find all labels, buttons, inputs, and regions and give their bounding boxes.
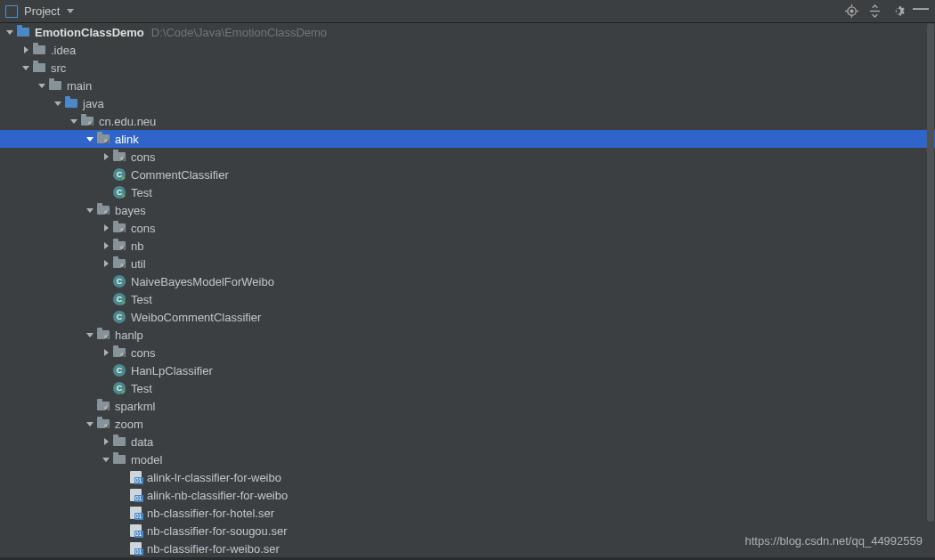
tree-row[interactable]: bayes	[0, 201, 935, 219]
expand-arrow[interactable]	[102, 242, 110, 249]
expand-arrow[interactable]	[53, 101, 62, 106]
tree-node-label: NaiveBayesModelForWeibo	[131, 275, 274, 288]
tree-node-label: nb-classifier-for-sougou.ser	[147, 524, 288, 538]
package-icon	[96, 417, 110, 431]
expand-arrow[interactable]	[102, 349, 110, 356]
tree-row[interactable]: hanlp	[0, 326, 935, 344]
tree-row[interactable]: cons	[0, 219, 935, 237]
expand-arrow[interactable]	[37, 84, 46, 88]
package-icon	[112, 239, 126, 253]
tree-row[interactable]: CTest	[0, 290, 935, 308]
tree-row[interactable]: CHanLpClassifier	[0, 361, 935, 379]
tree-node-label: alink-nb-classifier-for-weibo	[147, 489, 288, 502]
tree-node-label: alink	[115, 133, 139, 146]
tree-node-label: WeiboCommentClassifier	[131, 311, 261, 324]
expand-arrow[interactable]	[85, 137, 94, 142]
tree-row[interactable]: nb-classifier-for-hotel.ser	[0, 504, 935, 522]
runnable-class-icon: C	[112, 292, 126, 306]
tree-node-label: .idea	[51, 44, 76, 57]
scrollbar-thumb[interactable]	[927, 23, 934, 522]
tree-row[interactable]: sparkml	[0, 397, 935, 415]
package-icon	[112, 256, 126, 271]
tree-node-label: alink-lr-classifier-for-weibo	[147, 471, 281, 484]
ser-file-icon	[128, 523, 142, 538]
tree-row[interactable]: main	[0, 77, 935, 94]
tree-node-label: CommentClassifier	[131, 168, 229, 182]
package-icon	[96, 132, 110, 146]
tree-row[interactable]: util	[0, 255, 935, 272]
tree-node-label: main	[67, 79, 92, 93]
folder-icon	[32, 43, 46, 57]
folder-icon	[48, 78, 62, 93]
hide-icon[interactable]: —	[912, 3, 930, 20]
tree-row[interactable]: data	[0, 433, 935, 450]
tree-row[interactable]: CTest	[0, 183, 935, 201]
expand-arrow[interactable]	[102, 260, 110, 267]
tree-row[interactable]: cn.edu.neu	[0, 112, 935, 130]
package-icon	[112, 150, 126, 164]
expand-arrow[interactable]	[85, 422, 94, 426]
ser-file-icon	[128, 541, 142, 556]
watermark: https://blog.csdn.net/qq_44992559	[745, 534, 923, 548]
tree-node-label: nb-classifier-for-weibo.ser	[147, 542, 280, 556]
project-view-selector[interactable]: Project	[5, 4, 74, 18]
expand-arrow[interactable]	[102, 438, 110, 445]
project-tree[interactable]: EmotionClassDemoD:\Code\Java\EmotionClas…	[0, 23, 935, 557]
package-icon	[112, 345, 126, 360]
tree-node-label: cn.edu.neu	[99, 115, 156, 128]
tree-row[interactable]: nb	[0, 237, 935, 255]
tree-row[interactable]: cons	[0, 344, 935, 361]
tree-row[interactable]: src	[0, 59, 935, 77]
expand-arrow[interactable]	[5, 30, 14, 35]
class-icon: C	[112, 310, 126, 324]
scrollbar[interactable]	[926, 23, 935, 548]
expand-arrow[interactable]	[102, 458, 110, 462]
package-icon	[96, 328, 110, 342]
tree-row[interactable]: EmotionClassDemoD:\Code\Java\EmotionClas…	[0, 23, 935, 41]
tree-node-label: nb-classifier-for-hotel.ser	[147, 507, 274, 520]
tree-row[interactable]: zoom	[0, 415, 935, 433]
gear-icon[interactable]	[889, 3, 907, 20]
tree-row[interactable]: .idea	[0, 41, 935, 59]
runnable-class-icon: C	[112, 167, 126, 182]
package-icon	[96, 399, 110, 413]
tree-row[interactable]: model	[0, 450, 935, 468]
tree-node-label: nb	[131, 239, 143, 253]
tree-row[interactable]: CWeiboCommentClassifier	[0, 308, 935, 326]
tree-row[interactable]: cons	[0, 148, 935, 166]
tree-node-label: bayes	[115, 204, 146, 217]
tree-row[interactable]: alink	[0, 130, 935, 148]
folder-icon	[112, 452, 126, 467]
tree-node-label: Test	[131, 382, 152, 395]
package-icon	[96, 203, 110, 217]
expand-arrow[interactable]	[102, 224, 110, 231]
tree-node-label: Test	[131, 186, 152, 199]
runnable-class-icon: C	[112, 185, 126, 199]
tree-node-label: model	[131, 453, 162, 467]
tree-node-label: cons	[131, 150, 155, 164]
svg-point-1	[850, 10, 853, 12]
tree-row[interactable]: alink-lr-classifier-for-weibo	[0, 468, 935, 486]
source-folder-icon	[64, 96, 78, 110]
expand-arrow[interactable]	[69, 119, 78, 124]
tree-node-label: EmotionClassDemo	[35, 26, 144, 39]
tree-row[interactable]: java	[0, 94, 935, 112]
project-title: Project	[24, 4, 60, 18]
tree-row[interactable]: CNaiveBayesModelForWeibo	[0, 272, 935, 290]
ser-file-icon	[128, 506, 142, 520]
tree-row[interactable]: alink-nb-classifier-for-weibo	[0, 486, 935, 504]
collapse-all-icon[interactable]	[866, 3, 883, 20]
chevron-down-icon	[67, 9, 74, 13]
expand-arrow[interactable]	[102, 153, 110, 160]
expand-arrow[interactable]	[21, 66, 30, 70]
tree-node-label: sparkml	[115, 400, 156, 413]
expand-arrow[interactable]	[85, 333, 94, 337]
expand-arrow[interactable]	[85, 208, 94, 213]
runnable-class-icon: C	[112, 381, 126, 395]
tree-node-label: cons	[131, 222, 155, 235]
expand-arrow[interactable]	[21, 46, 30, 53]
locate-icon[interactable]	[842, 3, 860, 20]
tree-row[interactable]: CCommentClassifier	[0, 166, 935, 183]
tree-node-label: util	[131, 257, 146, 271]
tree-row[interactable]: CTest	[0, 379, 935, 397]
